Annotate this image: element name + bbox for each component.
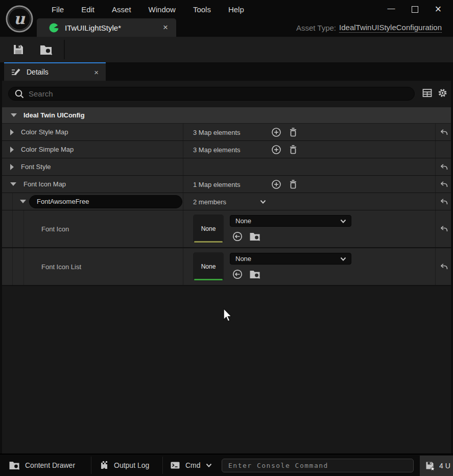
asset-thumbnail[interactable]: None [193, 252, 224, 281]
property-name: Font Icon Map [23, 180, 66, 188]
property-name-cell [2, 193, 183, 210]
browse-to-asset-icon[interactable] [249, 231, 261, 242]
reset-to-default-cell[interactable] [436, 210, 451, 247]
maximize-button[interactable] [403, 0, 426, 18]
property-name-cell[interactable]: Color Simple Map [2, 141, 183, 158]
property-value-cell: None None [184, 210, 436, 247]
chevron-down-icon [205, 462, 212, 468]
delete-all-elements-icon[interactable] [288, 127, 298, 138]
cmd-label: Cmd [185, 461, 201, 469]
unreal-editor-window: File Edit Asset Window Tools Help — × u … [0, 0, 453, 476]
members-count: 2 members [193, 198, 226, 205]
asset-type-value-link[interactable]: IdealTwinUIStyleConfiguration [339, 23, 442, 33]
save-icon [12, 43, 25, 56]
property-name-cell[interactable]: Font Style [2, 158, 183, 175]
use-selected-asset-icon[interactable] [232, 231, 243, 242]
reset-to-default-cell[interactable] [436, 176, 451, 193]
panel-right-edge [451, 81, 453, 454]
title-bar: File Edit Asset Window Tools Help — × [0, 0, 453, 18]
delete-all-elements-icon[interactable] [288, 144, 298, 155]
details-pen-icon [10, 67, 21, 77]
details-panel-header: Details × [0, 62, 453, 81]
asset-tab[interactable]: ITwUILightStyle* × [37, 18, 176, 37]
console-command-input[interactable] [222, 459, 414, 472]
expander-collapsed-icon[interactable] [10, 129, 14, 135]
property-name-cell[interactable]: Font Icon List [2, 248, 183, 285]
expander-expanded-icon[interactable] [20, 200, 26, 203]
close-button[interactable]: × [426, 0, 450, 18]
settings-gear-icon[interactable] [437, 88, 448, 98]
asset-tab-label: ITwUILightStyle* [65, 23, 121, 32]
folder-search-icon [39, 43, 53, 56]
reset-to-default-cell[interactable] [436, 248, 451, 285]
browse-to-asset-button[interactable] [35, 39, 57, 60]
property-name: Font Style [21, 163, 51, 171]
property-name-cell[interactable]: Font Icon [2, 210, 183, 247]
details-tab[interactable]: Details × [4, 62, 106, 81]
indent-guide [23, 210, 24, 247]
indent-guide [12, 210, 13, 247]
minimize-button[interactable]: — [379, 0, 403, 18]
undo-icon [439, 128, 448, 136]
category-header[interactable]: Ideal Twin UIConfig [2, 107, 451, 123]
menu-file[interactable]: File [43, 5, 73, 14]
asset-tab-close-icon[interactable]: × [163, 22, 168, 33]
row-color-style-map: Color Style Map 3 Map elements [2, 124, 451, 140]
chevron-down-icon [339, 255, 347, 263]
map-key-input[interactable] [29, 195, 182, 208]
property-value-cell: 3 Map elements [184, 141, 436, 158]
content-drawer-button[interactable]: Content Drawer [8, 455, 75, 476]
terminal-icon [170, 460, 181, 470]
menu-asset[interactable]: Asset [103, 5, 140, 14]
expander-collapsed-icon[interactable] [10, 164, 14, 170]
details-tab-close-icon[interactable]: × [94, 68, 99, 77]
menu-edit[interactable]: Edit [73, 5, 103, 14]
unreal-engine-logo-icon[interactable]: u [6, 5, 33, 33]
add-element-icon[interactable] [271, 144, 282, 155]
chevron-down-icon[interactable] [258, 198, 268, 206]
property-value-cell [184, 158, 436, 175]
asset-type-pie-icon [49, 23, 59, 33]
property-value-cell: 1 Map elements [184, 176, 436, 193]
expander-expanded-icon[interactable] [10, 182, 16, 186]
menu-tools[interactable]: Tools [184, 5, 220, 14]
map-elements-count: 3 Map elements [193, 146, 241, 153]
use-selected-asset-icon[interactable] [232, 269, 243, 280]
save-button[interactable] [7, 39, 30, 60]
property-value-cell: 3 Map elements [184, 124, 436, 140]
category-label: Ideal Twin UIConfig [23, 111, 85, 119]
toolbar-separator [64, 40, 65, 59]
menu-help[interactable]: Help [220, 5, 253, 14]
output-log-button[interactable]: Output Log [99, 455, 149, 476]
browse-to-asset-icon[interactable] [249, 269, 261, 280]
add-element-icon[interactable] [271, 127, 282, 138]
row-color-simple-map: Color Simple Map 3 Map elements [2, 141, 451, 158]
statusbar-separator [162, 457, 163, 474]
search-bar[interactable] [8, 87, 415, 101]
asset-thumbnail[interactable]: None [193, 215, 224, 243]
menu-window[interactable]: Window [140, 5, 184, 14]
display-options-icon[interactable] [422, 88, 433, 98]
asset-select-dropdown[interactable]: None [230, 215, 351, 227]
asset-select-dropdown[interactable]: None [230, 253, 351, 265]
search-icon [14, 89, 25, 99]
window-controls: — × [379, 0, 450, 18]
row-font-style: Font Style [2, 158, 451, 175]
search-input[interactable] [29, 89, 414, 98]
asset-type-color-bar [194, 241, 223, 243]
delete-all-elements-icon[interactable] [288, 179, 298, 190]
undo-icon [439, 225, 448, 233]
menu-bar: File Edit Asset Window Tools Help [43, 0, 253, 18]
reset-to-default-cell[interactable] [436, 158, 451, 175]
reset-to-default-cell[interactable] [436, 193, 451, 210]
property-name-cell[interactable]: Font Icon Map [2, 176, 183, 193]
property-name-cell[interactable]: Color Style Map [2, 124, 183, 140]
reset-to-default-cell[interactable] [436, 124, 451, 140]
expander-collapsed-icon[interactable] [10, 147, 14, 153]
property-rows: Color Style Map 3 Map elements [2, 124, 451, 286]
add-element-icon[interactable] [271, 179, 282, 190]
maximize-icon [412, 6, 418, 13]
cmd-selector-button[interactable]: Cmd [170, 455, 212, 476]
details-tab-label: Details [27, 68, 49, 76]
unsaved-assets-indicator[interactable]: 4 U [420, 456, 453, 476]
